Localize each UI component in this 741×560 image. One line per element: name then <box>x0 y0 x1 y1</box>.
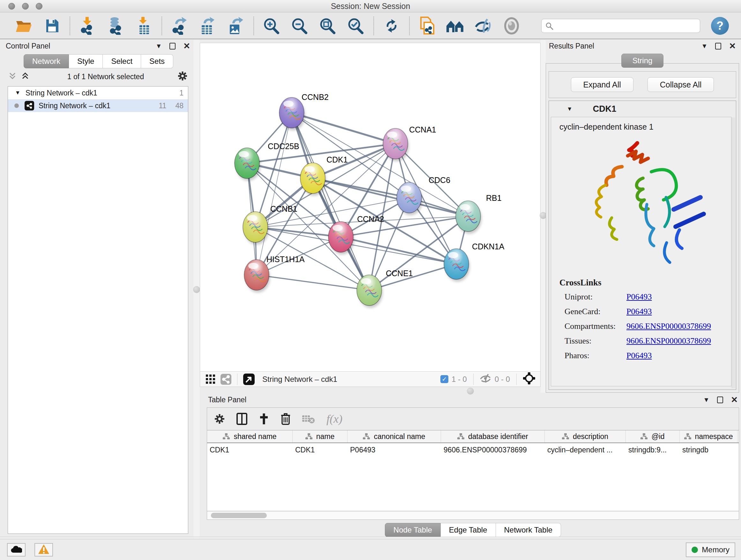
selected-node-edge-counts: 1 - 0 <box>452 375 467 384</box>
node-label-HIST1H1A: HIST1H1A <box>266 255 305 264</box>
zoom-out-button[interactable] <box>290 17 309 35</box>
export-table-button[interactable] <box>199 17 217 35</box>
show-columns-icon[interactable] <box>237 413 247 425</box>
expand-all-button[interactable]: Expand All <box>571 77 633 92</box>
warnings-button[interactable] <box>35 543 53 557</box>
close-panel-icon[interactable]: ✕ <box>731 395 738 404</box>
column-header-name[interactable]: name <box>293 430 347 442</box>
apply-layout-button[interactable] <box>382 17 401 35</box>
table-settings-gear-icon[interactable] <box>214 414 225 424</box>
search-input[interactable] <box>541 19 700 33</box>
minimize-window-button[interactable] <box>22 3 29 10</box>
import-table-button[interactable] <box>135 17 153 35</box>
float-panel-icon[interactable] <box>715 43 721 50</box>
export-image-button[interactable] <box>226 17 245 35</box>
tab-network-table[interactable]: Network Table <box>496 523 561 537</box>
column-header-description[interactable]: description <box>545 430 626 442</box>
right-splitter[interactable] <box>541 40 546 393</box>
network-badge-icon[interactable] <box>220 374 231 385</box>
node-RB1[interactable] <box>456 201 482 234</box>
column-header--id[interactable]: @id <box>626 430 680 442</box>
zoom-window-button[interactable] <box>36 3 43 10</box>
close-panel-icon[interactable]: ✕ <box>183 42 190 50</box>
memory-button[interactable]: Memory <box>686 543 735 557</box>
edge-CCNB2-CCNA1[interactable] <box>292 113 395 144</box>
tab-node-table[interactable]: Node Table <box>385 523 441 537</box>
save-session-button[interactable] <box>43 17 61 35</box>
selected-checkbox-icon[interactable]: ✓ <box>441 375 448 383</box>
column-header-namespace[interactable]: namespace <box>680 430 738 442</box>
node-CCNB2[interactable] <box>279 98 305 130</box>
node-HIST1H1A[interactable] <box>244 260 270 293</box>
first-neighbors-button[interactable] <box>446 17 465 35</box>
tab-sets[interactable]: Sets <box>141 54 173 68</box>
node-CCNA2[interactable] <box>328 222 354 254</box>
tab-style[interactable]: Style <box>69 54 103 68</box>
export-network-button[interactable] <box>171 17 189 35</box>
node-CDC25B[interactable] <box>234 148 260 181</box>
zoom-in-button[interactable] <box>262 17 281 35</box>
cloud-button[interactable] <box>7 543 25 557</box>
network-canvas[interactable]: CCNB2CCNA1CDC25BCDK1CDC6RB1CCNB1CCNA2CDK… <box>200 43 540 371</box>
table-row[interactable]: CDK1CDK1P064939606.ENSP00000378699cyclin… <box>207 443 739 456</box>
column-header-canonical-name[interactable]: canonical name <box>347 430 441 442</box>
zoom-fit-button[interactable] <box>319 17 337 35</box>
float-panel-icon[interactable] <box>717 396 723 403</box>
network-collection-row[interactable]: ▼ String Network – cdk1 1 <box>8 86 188 99</box>
node-CCNE1[interactable] <box>357 275 383 308</box>
clone-network-button[interactable] <box>418 17 436 35</box>
show-all-button[interactable] <box>502 17 521 35</box>
crosslink-link[interactable]: P06493 <box>626 351 652 360</box>
panel-menu-icon[interactable]: ▼ <box>703 396 710 403</box>
close-panel-icon[interactable]: ✕ <box>729 42 736 50</box>
results-scrollbar[interactable] <box>732 118 735 388</box>
help-button[interactable]: ? <box>711 17 729 35</box>
crosslink-link[interactable]: P06493 <box>626 292 652 301</box>
tree-expand-icon[interactable]: ▼ <box>15 90 20 96</box>
grid-view-icon[interactable] <box>206 374 215 384</box>
horizontal-splitter-knob[interactable] <box>467 388 474 395</box>
expand-all-icon[interactable] <box>21 72 29 81</box>
import-network-from-database-button[interactable] <box>107 17 125 35</box>
table-hscrollbar[interactable] <box>207 511 739 519</box>
column-header-shared-name[interactable]: shared name <box>207 430 293 442</box>
tab-select[interactable]: Select <box>103 54 141 68</box>
cdk1-section-header[interactable]: ▼ CDK1 <box>549 101 736 117</box>
crosshair-icon[interactable] <box>523 372 535 386</box>
tab-edge-table[interactable]: Edge Table <box>441 523 496 537</box>
open-session-button[interactable] <box>15 17 33 35</box>
collapse-all-button[interactable]: Collapse All <box>648 77 714 92</box>
crosslink-link[interactable]: 9606.ENSP00000378699 <box>626 321 711 331</box>
gear-icon[interactable] <box>178 71 188 82</box>
add-column-icon[interactable] <box>259 413 269 425</box>
delete-column-trash-icon[interactable] <box>280 413 291 425</box>
import-table-icon <box>137 17 151 35</box>
tab-network[interactable]: Network <box>23 54 69 68</box>
network-row-selected[interactable]: String Network – cdk1 11 48 <box>8 99 188 112</box>
tab-string[interactable]: String <box>621 54 664 68</box>
node-CDK1[interactable] <box>300 163 326 196</box>
edge-CCNA2-CDKN1A[interactable] <box>341 237 456 264</box>
hide-selected-button[interactable] <box>474 17 493 35</box>
node-CDC6[interactable] <box>397 182 422 215</box>
network-graph[interactable]: CCNB2CCNA1CDC25BCDK1CDC6RB1CCNB1CCNA2CDK… <box>200 43 540 371</box>
node-CCNB1[interactable] <box>243 212 269 245</box>
panel-menu-icon[interactable]: ▼ <box>155 43 162 49</box>
node-CDKN1A[interactable] <box>444 249 470 282</box>
scrollbar-thumb[interactable] <box>211 513 267 518</box>
node-CCNA1[interactable] <box>383 128 409 161</box>
collapse-all-icon[interactable] <box>8 72 17 81</box>
panel-menu-icon[interactable]: ▼ <box>701 43 708 49</box>
left-splitter[interactable] <box>193 40 200 537</box>
close-window-button[interactable] <box>8 3 15 10</box>
collapse-section-icon[interactable]: ▼ <box>567 106 572 112</box>
crosslink-link[interactable]: P06493 <box>626 307 652 316</box>
column-header-database-identifier[interactable]: database identifier <box>441 430 545 442</box>
splitter-knob[interactable] <box>193 286 200 293</box>
crosslink-link[interactable]: 9606.ENSP00000378699 <box>626 336 711 346</box>
zoom-selected-button[interactable] <box>347 17 365 35</box>
birds-eye-view-icon[interactable] <box>243 374 255 385</box>
import-network-button[interactable] <box>78 17 97 35</box>
float-panel-icon[interactable] <box>170 43 176 50</box>
edge-HIST1H1A-CCNE1[interactable] <box>257 275 369 290</box>
